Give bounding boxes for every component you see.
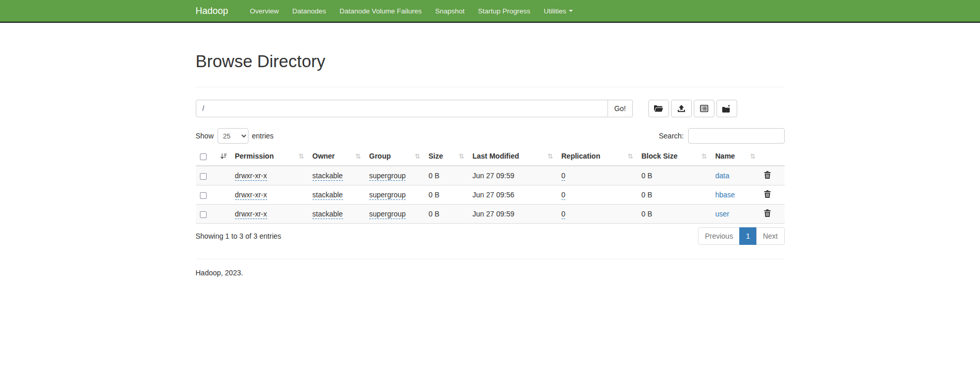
table-row: drwxr-xr-x stackable supergroup 0 B Jun … (196, 166, 785, 185)
row-checkbox[interactable] (200, 211, 207, 218)
file-toolbar (648, 100, 739, 117)
nav-item-startup-progress[interactable]: Startup Progress (471, 0, 537, 22)
page-header: Browse Directory (196, 52, 785, 87)
nav-item-utilities-label: Utilities (544, 7, 567, 15)
entries-label: entries (252, 132, 274, 140)
delete-button[interactable] (764, 171, 771, 180)
column-label: Owner (313, 152, 335, 160)
delete-button[interactable] (764, 190, 771, 199)
nav-item-overview[interactable]: Overview (243, 0, 286, 22)
directory-table: Permission ⇅ Owner ⇅ Group ⇅ Size ⇅ Last… (196, 148, 785, 224)
path-input-group: Go! (196, 100, 633, 117)
last-modified-cell: Jun 27 09:59 (469, 205, 557, 224)
footer-divider (196, 259, 785, 259)
select-all-header[interactable] (196, 148, 231, 166)
nav-item-utilities-dropdown[interactable]: Utilities (537, 0, 580, 22)
row-checkbox[interactable] (200, 173, 207, 180)
column-header-name[interactable]: Name ⇅ (711, 148, 760, 166)
replication-editable[interactable]: 0 (562, 210, 566, 219)
nav-item-datanode-volume-failures[interactable]: Datanode Volume Failures (333, 0, 428, 22)
cut-selected-button[interactable] (694, 100, 714, 117)
owner-editable[interactable]: stackable (313, 210, 343, 219)
column-header-group[interactable]: Group ⇅ (365, 148, 425, 166)
caret-down-icon (569, 10, 573, 12)
table-controls: Show 25 entries Search: (196, 128, 785, 144)
directory-link[interactable]: data (715, 172, 729, 180)
row-checkbox[interactable] (200, 192, 207, 199)
table-row: drwxr-xr-x stackable supergroup 0 B Jun … (196, 185, 785, 205)
owner-editable[interactable]: stackable (313, 172, 343, 181)
column-header-block-size[interactable]: Block Size ⇅ (637, 148, 711, 166)
sort-both-icon: ⇅ (355, 152, 361, 161)
page-length-select[interactable]: 25 (217, 128, 248, 144)
column-header-last-modified[interactable]: Last Modified ⇅ (469, 148, 557, 166)
group-editable[interactable]: supergroup (369, 172, 406, 181)
permission-editable[interactable]: drwxr-xr-x (235, 172, 267, 181)
trash-icon (764, 173, 771, 180)
column-header-owner[interactable]: Owner ⇅ (308, 148, 365, 166)
folder-arrow-icon (722, 105, 731, 113)
folder-open-icon (654, 105, 663, 113)
permission-editable[interactable]: drwxr-xr-x (235, 210, 267, 219)
block-size-cell: 0 B (637, 166, 711, 185)
table-search: Search: (659, 128, 784, 144)
directory-link[interactable]: user (715, 210, 729, 218)
entries-info: Showing 1 to 3 of 3 entries (196, 232, 282, 240)
block-size-cell: 0 B (637, 185, 711, 205)
paste-button[interactable] (717, 100, 737, 117)
column-header-permission[interactable]: Permission ⇅ (231, 148, 308, 166)
group-editable[interactable]: supergroup (369, 210, 406, 219)
table-header-row: Permission ⇅ Owner ⇅ Group ⇅ Size ⇅ Last… (196, 148, 785, 166)
replication-editable[interactable]: 0 (562, 191, 566, 200)
sort-both-icon: ⇅ (628, 152, 633, 161)
table-footer: Showing 1 to 3 of 3 entries Previous 1 N… (196, 227, 785, 245)
show-label: Show (196, 132, 214, 140)
pagination-page-1-button[interactable]: 1 (739, 227, 757, 245)
trash-icon (764, 211, 771, 219)
go-button[interactable]: Go! (608, 100, 633, 117)
column-label: Size (429, 152, 443, 160)
table-row: drwxr-xr-x stackable supergroup 0 B Jun … (196, 205, 785, 224)
sort-both-icon: ⇅ (299, 152, 304, 161)
delete-button[interactable] (764, 209, 771, 219)
last-modified-cell: Jun 27 09:56 (469, 185, 557, 205)
trash-icon (764, 192, 771, 199)
permission-editable[interactable]: drwxr-xr-x (235, 191, 267, 200)
last-modified-cell: Jun 27 09:59 (469, 166, 557, 185)
column-label: Group (369, 152, 391, 160)
nav-item-datanodes[interactable]: Datanodes (286, 0, 333, 22)
owner-editable[interactable]: stackable (313, 191, 343, 200)
sort-both-icon: ⇅ (702, 152, 707, 161)
column-label: Replication (562, 152, 600, 160)
upload-files-button[interactable] (671, 100, 692, 117)
site-footer-text: Hadoop, 2023. (196, 269, 785, 277)
upload-icon (677, 105, 686, 113)
directory-link[interactable]: hbase (715, 191, 735, 199)
pagination-next-button[interactable]: Next (756, 227, 785, 245)
replication-editable[interactable]: 0 (562, 172, 566, 181)
column-header-replication[interactable]: Replication ⇅ (557, 148, 637, 166)
create-directory-button[interactable] (648, 100, 669, 117)
path-bar: Go! (196, 100, 785, 117)
sort-both-icon: ⇅ (750, 152, 756, 161)
block-size-cell: 0 B (637, 205, 711, 224)
select-all-checkbox[interactable] (200, 153, 207, 160)
list-alt-icon (700, 105, 708, 112)
sort-both-icon: ⇅ (548, 152, 553, 161)
pagination-previous-button[interactable]: Previous (698, 227, 739, 245)
column-header-actions (760, 148, 785, 166)
column-label: Name (715, 152, 735, 160)
sort-both-icon: ⇅ (415, 152, 421, 161)
column-label: Permission (235, 152, 274, 160)
column-header-size[interactable]: Size ⇅ (425, 148, 469, 166)
size-cell: 0 B (425, 205, 469, 224)
navbar-brand[interactable]: Hadoop (196, 6, 236, 17)
page-length-control: Show 25 entries (196, 128, 274, 144)
directory-path-input[interactable] (196, 100, 608, 117)
search-label: Search: (659, 132, 683, 140)
size-cell: 0 B (425, 166, 469, 185)
search-input[interactable] (688, 128, 785, 144)
group-editable[interactable]: supergroup (369, 191, 406, 200)
page-title: Browse Directory (196, 52, 785, 71)
nav-item-snapshot[interactable]: Snapshot (428, 0, 471, 22)
